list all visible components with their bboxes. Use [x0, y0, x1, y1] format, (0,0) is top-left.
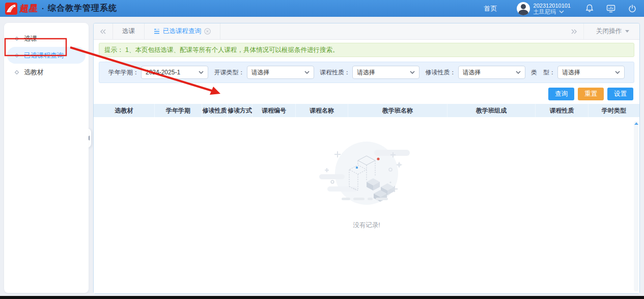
filter-label: 类 型：	[531, 68, 555, 77]
user-menu-chevron-icon[interactable]	[559, 10, 564, 13]
double-chevron-right-icon	[571, 29, 577, 34]
monitor-icon[interactable]	[606, 4, 615, 13]
logo-text: 超星	[19, 3, 39, 14]
tab-course-selection[interactable]: 选课	[113, 23, 145, 39]
chevron-down-icon	[615, 71, 620, 74]
filter-course-nature: 课程性质： 请选择	[320, 66, 419, 79]
table-header-row: 选教材 学年学期 修读性质 修读方式 课程编号 课程名称 教学班名称 教学班组成…	[94, 104, 639, 117]
column-header: 课程名称	[296, 104, 348, 117]
select-value: 请选择	[562, 68, 615, 77]
type-select[interactable]: 请选择	[557, 66, 625, 79]
sidebar-item-textbook-selection[interactable]: 选教材	[7, 64, 86, 80]
main-content: 选课 已选课程查询 关闭操作 提示： 1、本页包括	[93, 23, 640, 294]
bell-icon[interactable]	[585, 4, 594, 13]
study-nature-select[interactable]: 请选择	[458, 66, 525, 79]
tab-label: 已选课程查询	[163, 27, 201, 36]
course-nature-select[interactable]: 请选择	[352, 66, 419, 79]
tab-strip: 选课 已选课程查询 关闭操作	[94, 23, 639, 40]
notice-bar: 提示： 1、本页包括选课、配课等所有个人课程，具体情况可以根据条件进行搜索。	[99, 43, 634, 57]
sidebar-item-label: 选课	[24, 34, 37, 43]
user-block[interactable]: 202312010101 土旦尼玛	[534, 3, 571, 15]
chevron-down-icon	[516, 71, 521, 74]
table-body: 没有记录!	[94, 117, 639, 293]
column-header: 选教材	[94, 104, 155, 117]
no-records-message: 没有记录!	[353, 221, 380, 230]
chevron-down-icon	[304, 71, 310, 74]
filter-label: 开课类型：	[214, 68, 245, 77]
reset-button[interactable]: 重置	[578, 88, 604, 100]
column-header: 课程编号	[253, 104, 296, 117]
filter-type: 类 型： 请选择	[531, 66, 625, 79]
app-title: 综合教学管理系统	[48, 3, 117, 14]
sidebar-item-selected-course-query[interactable]: 已选课程查询	[7, 47, 86, 64]
topbar-right: 首页 202312010101 土旦尼玛	[484, 2, 637, 15]
query-button[interactable]: 查询	[548, 88, 574, 100]
tabs-scroll-left-button[interactable]	[94, 23, 113, 39]
brand-separator: ·	[42, 4, 44, 13]
tab-selected-course-query[interactable]: 已选课程查询	[145, 23, 220, 39]
sidebar-item-course-selection[interactable]: 选课	[7, 30, 86, 47]
filter-bar: 学年学期： 2024-2025-1 开课类型： 请选择 课程性质： 请选择	[99, 62, 634, 83]
settings-button[interactable]: 设置	[607, 88, 633, 100]
empty-boxes-illustration	[313, 138, 420, 214]
filter-label: 学年学期：	[108, 68, 139, 77]
sidebar: 选课 已选课程查询 选教材	[4, 23, 89, 293]
filter-study-nature: 修读性质： 请选择	[426, 66, 525, 79]
column-header: 修读性质	[202, 104, 228, 117]
avatar[interactable]	[517, 2, 530, 15]
brand: 超星 · 综合教学管理系统	[5, 3, 117, 15]
bottom-black-bar	[0, 296, 644, 299]
diamond-bullet-icon	[15, 36, 19, 40]
column-header: 修读方式	[228, 104, 253, 117]
empty-state: 没有记录!	[313, 138, 420, 230]
column-header: 教学班组成	[447, 104, 536, 117]
filter-label: 课程性质：	[320, 68, 350, 77]
sidebar-item-label: 选教材	[24, 68, 44, 77]
close-tab-icon[interactable]	[204, 28, 211, 35]
chevron-down-icon	[199, 71, 204, 74]
column-header: 学年学期	[155, 104, 202, 117]
chevron-down-icon	[410, 71, 415, 74]
filter-academic-term: 学年学期： 2024-2025-1	[108, 66, 208, 79]
column-header: 教学班名称	[348, 104, 447, 117]
diamond-bullet-icon	[15, 70, 19, 74]
topbar: 超星 · 综合教学管理系统 首页 202312010101 土旦尼玛	[0, 0, 644, 17]
action-buttons: 查询 重置 设置	[94, 88, 639, 100]
filter-label: 修读性质：	[426, 68, 456, 77]
select-value: 请选择	[357, 68, 410, 77]
user-id: 202312010101	[534, 3, 571, 9]
column-header: 课程性质	[536, 104, 589, 117]
list-icon	[154, 29, 160, 34]
tab-label: 选课	[122, 27, 135, 36]
select-value: 请选择	[463, 68, 516, 77]
select-value: 2024-2025-1	[146, 69, 199, 76]
user-name: 土旦尼玛	[534, 9, 556, 15]
column-header: 学时类型	[589, 104, 639, 117]
tabs-scroll-right-button[interactable]	[564, 23, 583, 39]
caret-down-icon	[625, 30, 629, 33]
power-icon[interactable]	[628, 4, 637, 13]
academic-term-select[interactable]: 2024-2025-1	[141, 66, 208, 79]
course-open-type-select[interactable]: 请选择	[247, 66, 314, 79]
select-value: 请选择	[251, 68, 304, 77]
diamond-bullet-icon	[15, 53, 19, 57]
chaoxing-logo-icon	[5, 3, 17, 15]
close-operations-dropdown[interactable]: 关闭操作	[583, 23, 639, 39]
double-chevron-left-icon	[100, 29, 106, 34]
table-scrollbar[interactable]	[634, 121, 638, 291]
scroll-up-icon[interactable]	[634, 122, 638, 125]
filter-course-open-type: 开课类型： 请选择	[214, 66, 314, 79]
page: { "header": { "logo_text": "超星", "separa…	[0, 0, 644, 299]
sidebar-item-label: 已选课程查询	[24, 51, 64, 60]
close-operations-label: 关闭操作	[596, 27, 622, 36]
home-link[interactable]: 首页	[484, 4, 497, 13]
